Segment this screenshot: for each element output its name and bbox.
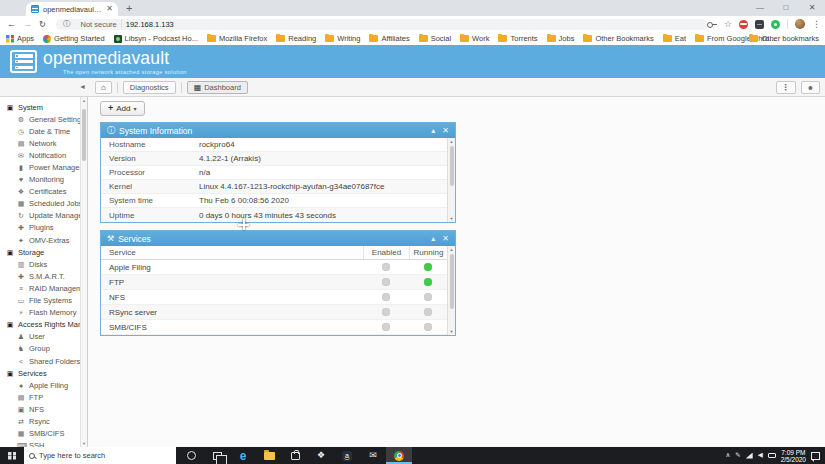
sidebar-item-network[interactable]: ▤Network	[0, 137, 80, 149]
scrollbar-thumb[interactable]	[450, 254, 454, 309]
sidebar-item-ftp[interactable]: ▤FTP	[0, 391, 80, 403]
edge-button[interactable]: e	[230, 447, 256, 464]
sidebar-section-access-rights-management[interactable]: ▣Access Rights Management	[0, 319, 80, 331]
start-button[interactable]	[0, 447, 24, 464]
window-maximize-button[interactable]: □	[773, 0, 799, 16]
scroll-down-icon[interactable]: ▼	[448, 216, 455, 221]
user-menu-button[interactable]: ☻	[801, 81, 820, 94]
forward-icon[interactable]: →	[23, 16, 32, 32]
bookmark-item[interactable]: Torrents	[498, 34, 537, 43]
chrome-button[interactable]	[386, 447, 412, 464]
sidebar-item-power-management[interactable]: ▮Power Management	[0, 161, 80, 173]
store-button[interactable]	[282, 447, 308, 464]
sidebar-item-omv-extras[interactable]: ✦OMV-Extras	[0, 234, 80, 246]
adblock-extension-icon[interactable]	[739, 20, 748, 29]
panel-close-icon[interactable]: ✕	[442, 127, 449, 135]
bookmark-item[interactable]: Reading	[276, 34, 316, 43]
mail-button[interactable]: ✉	[360, 447, 386, 464]
panel-collapse-icon[interactable]: ▴	[431, 235, 435, 243]
scroll-up-icon[interactable]: ▲	[81, 98, 87, 103]
sidebar-section-system[interactable]: ▣System	[0, 101, 80, 113]
window-minimize-button[interactable]: —	[747, 0, 773, 16]
sidebar-item-date-time[interactable]: ◷Date & Time	[0, 125, 80, 137]
other-bookmarks-folder[interactable]: Other bookmarks	[749, 32, 819, 45]
sidebar-section-services[interactable]: ▣Services	[0, 367, 80, 379]
password-key-icon[interactable]	[707, 22, 717, 27]
bookmark-item[interactable]: Getting Started	[43, 34, 104, 43]
tab-dashboard[interactable]: ▦Dashboard	[187, 81, 248, 94]
window-close-button[interactable]: ✕	[799, 0, 825, 16]
bookmark-item[interactable]: Eat	[663, 34, 686, 43]
green-extension-icon[interactable]	[771, 20, 780, 29]
reload-icon[interactable]: ↻	[39, 16, 46, 32]
sidebar-item-general-settings[interactable]: ⚙General Settings	[0, 113, 80, 125]
scroll-down-icon[interactable]: ▼	[81, 441, 87, 446]
panel-collapse-icon[interactable]: ▴	[431, 127, 435, 135]
bookmark-item[interactable]: Affiliates	[369, 34, 409, 43]
taskbar-clock[interactable]: 7:09 PM 2/5/2020	[781, 449, 806, 463]
sidebar-item-disks[interactable]: ▥Disks	[0, 258, 80, 270]
scrollbar-thumb[interactable]	[450, 146, 454, 186]
system-information-header[interactable]: ⓘ System Information ▴ ✕	[101, 123, 455, 138]
add-widget-button[interactable]: + Add ▾	[100, 101, 145, 116]
task-view-button[interactable]	[204, 447, 230, 464]
url-omnibox[interactable]: ⓘ Not secure 192.168.1.133	[56, 19, 708, 30]
file-explorer-button[interactable]	[256, 447, 282, 464]
tray-chevron-up-icon[interactable]: ∧	[725, 452, 730, 459]
tray-battery-icon[interactable]	[768, 453, 776, 458]
browser-menu-icon[interactable]: ⋮	[812, 20, 821, 29]
tab-close-icon[interactable]: ✕	[106, 5, 113, 13]
scrollbar-thumb[interactable]	[82, 109, 86, 161]
search-input[interactable]	[39, 451, 171, 460]
dropbox-button[interactable]: ❖	[308, 447, 334, 464]
sidebar-item-smb-cifs[interactable]: ▦SMB/CIFS	[0, 428, 80, 440]
bookmark-item[interactable]: Other Bookmarks	[583, 34, 653, 43]
sidebar-item-notification[interactable]: ✉Notification	[0, 149, 80, 161]
tray-network-icon[interactable]	[746, 453, 753, 459]
bookmark-item[interactable]: Writing	[325, 34, 360, 43]
bookmark-item[interactable]: Social	[419, 34, 451, 43]
taskbar-search[interactable]	[24, 447, 176, 464]
home-button[interactable]: ⌂	[95, 81, 112, 94]
sidebar-item-rsync[interactable]: ⇄Rsync	[0, 415, 80, 427]
scroll-up-icon[interactable]: ▲	[448, 139, 455, 144]
sidebar-item-file-systems[interactable]: ▭File Systems	[0, 295, 80, 307]
back-icon[interactable]: ←	[7, 16, 16, 32]
dark-extension-icon[interactable]	[755, 20, 764, 29]
panel-close-icon[interactable]: ✕	[442, 235, 449, 243]
action-center-icon[interactable]	[811, 452, 820, 460]
sidebar-item-flash-memory[interactable]: ⚡Flash Memory	[0, 307, 80, 319]
scroll-down-icon[interactable]: ▼	[448, 329, 455, 334]
options-menu-button[interactable]: ⋮	[776, 81, 796, 94]
tray-volume-icon[interactable]: ◀	[758, 452, 763, 459]
bookmark-item[interactable]: Apps	[6, 34, 34, 43]
sidebar-item-certificates[interactable]: ❖Certificates	[0, 186, 80, 198]
sidebar-item-update-management[interactable]: ↻Update Management	[0, 210, 80, 222]
sidebar-item-apple-filing[interactable]: ♠Apple Filing	[0, 379, 80, 391]
browser-tab[interactable]: openmediavault control panel - ... ✕	[26, 2, 118, 16]
system-info-scrollbar[interactable]: ▲ ▼	[447, 138, 455, 222]
amazon-button[interactable]: a	[334, 447, 360, 464]
new-tab-button[interactable]: +	[126, 2, 132, 15]
tray-pen-icon[interactable]: ✎	[735, 452, 740, 459]
bookmark-item[interactable]: Jobs	[547, 34, 575, 43]
bookmark-item[interactable]: Mozilla Firefox	[207, 34, 267, 43]
sidebar-scrollbar[interactable]: ▲ ▼	[80, 97, 87, 447]
sidebar-item-ssh[interactable]: ⌨SSH	[0, 440, 80, 447]
profile-avatar[interactable]	[795, 19, 805, 29]
sidebar-item-shared-folders[interactable]: <Shared Folders	[0, 355, 80, 367]
cortana-button[interactable]	[178, 447, 204, 464]
services-header[interactable]: ⚒ Services ▴ ✕	[101, 231, 455, 246]
scroll-up-icon[interactable]: ▲	[448, 247, 455, 252]
sidebar-section-storage[interactable]: ▣Storage	[0, 246, 80, 258]
sidebar-item-raid-management[interactable]: ≡RAID Management	[0, 282, 80, 294]
bookmark-star-icon[interactable]: ☆	[724, 20, 732, 29]
sidebar-item-nfs[interactable]: ▣NFS	[0, 403, 80, 415]
sidebar-item-scheduled-jobs[interactable]: ▦Scheduled Jobs	[0, 198, 80, 210]
site-info-icon[interactable]: ⓘ	[63, 19, 71, 29]
tab-diagnostics[interactable]: Diagnostics	[123, 81, 176, 94]
services-scrollbar[interactable]: ▲ ▼	[447, 246, 455, 335]
bookmark-item[interactable]: Libsyn - Podcast Ho...	[114, 34, 198, 43]
bookmark-item[interactable]: Work	[460, 34, 489, 43]
sidebar-item-group[interactable]: ♞Group	[0, 343, 80, 355]
